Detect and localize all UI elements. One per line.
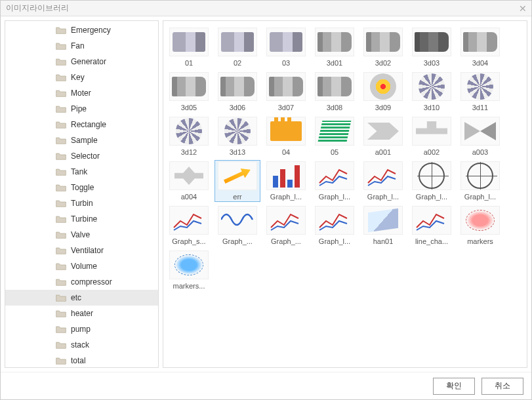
thumbnail-label: Graph_l... bbox=[319, 193, 350, 201]
thumbnail-item[interactable]: Graph_l... bbox=[360, 160, 406, 202]
close-icon[interactable]: ✕ bbox=[517, 3, 529, 14]
thumbnail-item[interactable]: markers bbox=[457, 205, 503, 247]
thumbnail-item[interactable]: 3d06 bbox=[215, 71, 260, 113]
tree-item-tank[interactable]: Tank bbox=[5, 164, 158, 180]
tree-item-label: Toggle bbox=[71, 183, 94, 192]
tree-item-turbine[interactable]: Turbine bbox=[5, 211, 158, 227]
tree-item-toggle[interactable]: Toggle bbox=[5, 180, 158, 195]
thumbnail-label: 3d02 bbox=[375, 59, 391, 67]
thumbnail-label: 3d12 bbox=[181, 148, 197, 156]
thumbnail-item[interactable]: 3d03 bbox=[409, 26, 455, 68]
thumbnail-item[interactable]: 05 bbox=[312, 115, 358, 157]
thumbnail-item[interactable]: 03 bbox=[263, 26, 309, 68]
tree-item-moter[interactable]: Moter bbox=[5, 85, 158, 101]
tree-item-generator[interactable]: Generator bbox=[5, 54, 158, 70]
thumbnail-label: Graph_... bbox=[222, 237, 253, 245]
thumbnail-label: 3d13 bbox=[230, 148, 245, 156]
thumbnail-item[interactable]: Graph_s... bbox=[166, 205, 212, 247]
thumbnail-item[interactable]: 3d02 bbox=[360, 26, 406, 68]
thumbnail-image bbox=[363, 161, 403, 190]
tree-item-label: heater bbox=[71, 309, 93, 318]
folder-icon bbox=[55, 277, 67, 287]
thumbnail-label: 3d07 bbox=[278, 104, 294, 111]
thumbnail-image bbox=[363, 206, 403, 235]
thumbnail-item[interactable]: 3d12 bbox=[166, 115, 212, 157]
thumbnail-item[interactable]: a004 bbox=[166, 160, 212, 202]
tree-item-turbin[interactable]: Turbin bbox=[5, 195, 158, 211]
thumbnail-item[interactable]: 3d11 bbox=[457, 71, 503, 113]
thumbnail-item[interactable]: Graph_l... bbox=[409, 160, 455, 202]
thumbnail-item[interactable]: 01 bbox=[166, 26, 212, 68]
ok-button[interactable]: 확인 bbox=[433, 378, 475, 395]
thumbnail-item[interactable]: 3d08 bbox=[312, 71, 358, 113]
cancel-button[interactable]: 취소 bbox=[481, 378, 523, 395]
tree-item-pipe[interactable]: Pipe bbox=[5, 101, 158, 117]
thumbnail-item[interactable]: a001 bbox=[360, 115, 406, 157]
tree-item-heater[interactable]: heater bbox=[5, 306, 158, 321]
thumbnail-item[interactable]: Graph_l... bbox=[457, 160, 503, 202]
thumbnail-item[interactable]: 3d10 bbox=[409, 71, 455, 113]
folder-icon bbox=[55, 325, 67, 334]
tree-item-stack[interactable]: stack bbox=[5, 337, 158, 353]
tree-item-label: Sample bbox=[71, 136, 98, 145]
thumbnail-image bbox=[412, 28, 451, 56]
tree-item-rectangle[interactable]: Rectangle bbox=[5, 117, 158, 132]
thumbnail-item[interactable]: 3d04 bbox=[457, 26, 503, 68]
thumbnail-image bbox=[363, 72, 403, 101]
tree-item-fan[interactable]: Fan bbox=[5, 38, 158, 54]
thumbnail-image bbox=[169, 250, 209, 279]
thumbnail-item[interactable]: 3d09 bbox=[360, 71, 406, 113]
thumbnail-item[interactable]: 04 bbox=[263, 115, 309, 157]
thumbnail-item[interactable]: Graph_l... bbox=[312, 160, 358, 202]
thumbnail-item[interactable]: line_cha... bbox=[409, 205, 455, 247]
thumbnail-item[interactable]: Graph_l... bbox=[263, 160, 309, 202]
tree-item-emergency[interactable]: Emergency bbox=[5, 22, 158, 38]
folder-tree[interactable]: EmergencyFanGeneratorKeyMoterPipeRectang… bbox=[5, 20, 159, 368]
tree-item-selector[interactable]: Selector bbox=[5, 148, 158, 164]
thumbnail-item[interactable]: Graph_... bbox=[263, 205, 309, 247]
thumbnail-image bbox=[266, 117, 306, 146]
thumbnail-item[interactable]: han01 bbox=[360, 205, 406, 247]
thumbnail-item[interactable]: Graph_... bbox=[215, 205, 260, 247]
thumbnail-item[interactable]: a002 bbox=[409, 115, 455, 157]
tree-item-etc[interactable]: etc bbox=[5, 290, 158, 306]
tree-item-total[interactable]: total bbox=[5, 353, 158, 368]
thumbnail-item[interactable]: 3d13 bbox=[215, 115, 260, 157]
thumbnail-item[interactable]: Graph_l... bbox=[312, 205, 358, 247]
tree-item-label: Valve bbox=[71, 230, 90, 239]
thumbnail-item[interactable]: err bbox=[215, 160, 260, 202]
thumbnail-image bbox=[412, 117, 451, 146]
thumbnail-image bbox=[169, 28, 209, 56]
tree-item-label: stack bbox=[71, 340, 89, 350]
thumbnail-item[interactable]: 3d07 bbox=[263, 71, 309, 113]
thumbnail-item[interactable]: 02 bbox=[215, 26, 260, 68]
thumbnail-image bbox=[460, 72, 500, 101]
thumbnail-label: a002 bbox=[424, 148, 440, 156]
folder-icon bbox=[55, 246, 67, 255]
folder-icon bbox=[55, 262, 67, 271]
folder-icon bbox=[55, 167, 67, 176]
thumbnail-item[interactable]: 3d05 bbox=[166, 71, 212, 113]
thumbnail-label: Graph_... bbox=[271, 237, 301, 245]
thumbnail-item[interactable]: a003 bbox=[457, 115, 503, 157]
folder-icon bbox=[55, 89, 67, 98]
folder-icon bbox=[55, 293, 67, 302]
tree-item-compressor[interactable]: compressor bbox=[5, 274, 158, 290]
folder-icon bbox=[55, 120, 67, 129]
thumbnail-label: markers bbox=[467, 237, 493, 245]
tree-item-label: Rectangle bbox=[71, 120, 106, 129]
thumbnail-label: 3d08 bbox=[327, 104, 342, 111]
thumbnail-label: 04 bbox=[282, 148, 290, 156]
tree-item-valve[interactable]: Valve bbox=[5, 227, 158, 243]
thumbnail-item[interactable]: markers... bbox=[166, 249, 212, 291]
thumbnail-pane[interactable]: 0102033d013d023d033d043d053d063d073d083d… bbox=[163, 20, 527, 368]
tree-item-volume[interactable]: Volume bbox=[5, 258, 158, 274]
folder-icon bbox=[55, 26, 67, 35]
tree-item-ventilator[interactable]: Ventilator bbox=[5, 243, 158, 258]
tree-item-key[interactable]: Key bbox=[5, 70, 158, 85]
tree-item-sample[interactable]: Sample bbox=[5, 132, 158, 148]
tree-item-label: Tank bbox=[71, 167, 87, 176]
dialog-body: EmergencyFanGeneratorKeyMoterPipeRectang… bbox=[1, 16, 531, 372]
tree-item-pump[interactable]: pump bbox=[5, 321, 158, 337]
thumbnail-item[interactable]: 3d01 bbox=[312, 26, 358, 68]
